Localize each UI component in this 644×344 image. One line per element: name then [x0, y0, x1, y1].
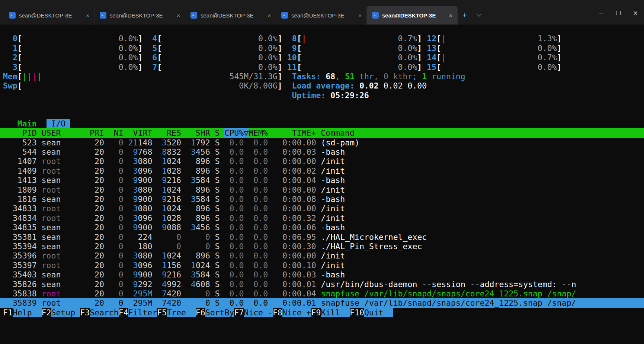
close-window-button[interactable]: × — [627, 1, 644, 25]
fkey-label-f4[interactable]: Filter — [128, 308, 157, 317]
new-tab-button[interactable]: + — [458, 6, 472, 25]
terminal-tab-4[interactable]: >_sean@DESKTOP-3E× — [276, 6, 367, 25]
text — [181, 298, 186, 308]
screen-tab-main[interactable]: Main — [17, 119, 37, 128]
text — [268, 185, 273, 194]
nice: 0 — [109, 157, 124, 166]
spacer — [157, 176, 162, 185]
load-average-text: 0.02 — [359, 81, 384, 90]
process-row-1413[interactable]: 1413 sean 20 0 9900 9216 3584 S 0.0 0.0 … — [3, 176, 644, 185]
fkey-label-f2[interactable]: Setup — [51, 308, 80, 317]
res: 992 — [167, 280, 181, 289]
fkey-label-f1[interactable]: Help — [13, 308, 42, 317]
state: S — [215, 280, 220, 289]
terminal-tab-2[interactable]: >_sean@DESKTOP-3E× — [94, 6, 185, 25]
process-row-35826[interactable]: 35826 sean 20 0 9292 4992 4608 S 0.0 0.0… — [3, 280, 644, 289]
minimize-button[interactable] — [593, 1, 610, 25]
virt: 21 — [128, 138, 138, 147]
fkey-f6[interactable]: F6 — [196, 308, 205, 317]
text — [85, 251, 90, 260]
process-row-35396[interactable]: 35396 root 20 0 3080 1024 896 S 0.0 0.0 … — [3, 251, 644, 260]
text — [37, 194, 42, 204]
text — [220, 176, 225, 185]
terminal-content[interactable]: 0[ 0.0%] 4[ 0.0%] 8[| 0.7%] 12[| 1.3%] 1… — [0, 25, 644, 344]
fkey-f2[interactable]: F2 — [42, 308, 51, 317]
fkey-label-f8[interactable]: Nice + — [282, 308, 311, 317]
text — [104, 223, 109, 232]
screen-tab-io[interactable]: I/O — [47, 119, 71, 128]
fkey-f5[interactable]: F5 — [157, 308, 167, 317]
fkey-label-f3[interactable]: Search — [90, 308, 119, 317]
spacer — [157, 289, 162, 298]
maximize-button[interactable] — [610, 1, 627, 25]
terminal-tab-1[interactable]: >_sean@DESKTOP-3E× — [4, 6, 94, 25]
process-row-544[interactable]: 544 sean 20 0 9768 8832 3456 S 0.0 0.0 0… — [3, 147, 644, 157]
nice: 0 — [109, 280, 124, 289]
process-row-1809[interactable]: 1809 root 20 0 3080 1024 896 S 0.0 0.0 0… — [3, 185, 644, 194]
fkey-label-f9[interactable]: Kill — [321, 308, 350, 317]
process-row-35394[interactable]: 35394 sean 20 0 180 0 0 S 0.0 0.0 0:00.3… — [3, 242, 644, 251]
fkey-f7[interactable]: F7 — [234, 308, 244, 317]
text — [124, 298, 128, 308]
text — [124, 147, 128, 157]
cpu-usage: 0.0 — [225, 270, 244, 279]
spacer — [157, 157, 162, 166]
terminal-tab-5[interactable]: >_sean@DESKTOP-3E× — [367, 6, 458, 25]
process-row-523[interactable]: 523 sean 20 0 21148 3520 1792 S 0.0 0.0 … — [3, 138, 644, 147]
process-row-34835[interactable]: 34835 sean 20 0 9900 9088 3456 S 0.0 0.0… — [3, 223, 644, 232]
process-row-1816[interactable]: 1816 sean 20 0 9900 9216 3584 S 0.0 0.0 … — [3, 194, 644, 204]
priority: 20 — [90, 138, 104, 147]
fkey-f10[interactable]: F10 — [350, 308, 364, 317]
tasks-text: 51 — [345, 72, 355, 81]
titlebar-drag-region[interactable] — [486, 0, 593, 25]
tab-close-button[interactable]: × — [357, 12, 363, 19]
process-row-1407[interactable]: 1407 root 20 0 3080 1024 896 S 0.0 0.0 0… — [3, 157, 644, 166]
tab-close-button[interactable]: × — [448, 12, 454, 19]
spacer — [186, 289, 205, 298]
time: 0:00.06 — [273, 223, 316, 232]
fkey-f9[interactable]: F9 — [311, 308, 321, 317]
process-row-34833[interactable]: 34833 root 20 0 3080 1024 896 S 0.0 0.0 … — [3, 204, 644, 213]
fkey-label-f6[interactable]: SortBy — [205, 308, 234, 317]
text — [316, 280, 321, 289]
spacer — [186, 185, 196, 194]
fkey-label-f7[interactable]: Nice - — [244, 308, 273, 317]
res: 8 — [162, 147, 167, 157]
process-row-35838[interactable]: 35838 root 20 0 295M 7420 0 S 0.0 0.0 0:… — [3, 289, 644, 298]
priority: 20 — [90, 213, 104, 223]
fkey-f3[interactable]: F3 — [80, 308, 90, 317]
process-row-35403[interactable]: 35403 sean 20 0 9900 9216 3584 S 0.0 0.0… — [3, 270, 644, 279]
terminal-tab-3[interactable]: >_sean@DESKTOP-3E× — [185, 6, 276, 25]
cpu-percent: 0.0% — [162, 34, 278, 43]
nice: 0 — [109, 147, 124, 157]
process-row-35397[interactable]: 35397 root 20 0 3096 1156 1024 S 0.0 0.0… — [3, 261, 644, 270]
tab-dropdown-button[interactable] — [472, 6, 486, 25]
tab-close-button[interactable]: × — [84, 12, 91, 19]
tab-close-button[interactable]: × — [175, 12, 182, 19]
meter-bracket: ] — [417, 34, 422, 43]
header-sort-cpu[interactable]: CPU%▽ — [224, 128, 249, 138]
process-row-34834[interactable]: 34834 root 20 0 3096 1028 896 S 0.0 0.0 … — [3, 213, 644, 223]
fkey-f8[interactable]: F8 — [273, 308, 282, 317]
cpu-percent: 0.0% — [22, 34, 138, 43]
mem-usage: 0.0 — [249, 176, 268, 185]
fkey-f4[interactable]: F4 — [119, 308, 128, 317]
process-row-35381[interactable]: 35381 sean 20 0 224 0 0 S 0.0 0.0 0:06.9… — [3, 232, 644, 242]
cpu-percent: 1.3% — [446, 34, 557, 43]
mem-usage: 0.0 — [249, 280, 268, 289]
tab-close-button[interactable]: × — [266, 12, 272, 19]
priority: 20 — [90, 185, 104, 194]
time: 0:00.04 — [273, 289, 316, 298]
process-row-35839[interactable]: 35839 root 20 0 295M 7420 0 S 0.0 0.0 0:… — [0, 298, 644, 308]
shr: 1 — [191, 138, 196, 147]
shr: 896 — [196, 185, 210, 194]
res: 9 — [162, 270, 167, 279]
text — [316, 261, 321, 270]
fkey-f1[interactable]: F1 — [3, 308, 13, 317]
text — [152, 176, 157, 185]
fkey-label-f10[interactable]: Quit — [364, 308, 393, 317]
fkey-label-f5[interactable]: Tree — [167, 308, 196, 317]
tab-title: sean@DESKTOP-3E — [382, 12, 445, 19]
memory-meter-row: Mem[|||| 545M/31.3G] Tasks: 68, 51 thr, … — [3, 72, 644, 81]
process-row-1409[interactable]: 1409 root 20 0 3096 1028 896 S 0.0 0.0 0… — [3, 166, 644, 176]
